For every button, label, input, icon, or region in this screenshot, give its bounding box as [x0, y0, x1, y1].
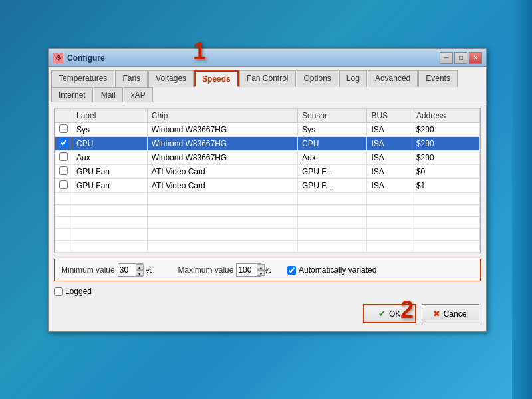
row-4-checkbox[interactable]: [59, 180, 68, 189]
row-1-address: $290: [412, 137, 479, 151]
tab-fan-control[interactable]: Fan Control: [239, 70, 296, 87]
table-row-empty: [55, 241, 480, 253]
table-row-empty: [55, 229, 480, 241]
table-row[interactable]: AuxWinbond W83667HGAuxISA$290: [55, 151, 480, 165]
tab-mail[interactable]: Mail: [94, 87, 123, 102]
row-4-chip: ATI Video Card: [147, 179, 297, 193]
title-bar: ⚙ Configure ─ □ ✕: [49, 49, 486, 67]
col-sensor: Sensor: [298, 109, 367, 123]
row-4-label: GPU Fan: [72, 179, 148, 193]
row-3-label: GPU Fan: [72, 165, 148, 179]
max-label: Maximum value: [178, 265, 233, 275]
row-0-address: $290: [412, 123, 479, 137]
logged-checkbox[interactable]: [54, 287, 63, 296]
row-1-bus: ISA: [367, 137, 412, 151]
min-value-group: Minimum value ▲ ▼ %: [61, 263, 152, 277]
row-1-sensor: CPU: [298, 137, 367, 151]
row-1-checkbox[interactable]: [59, 138, 68, 147]
row-4-bus: ISA: [367, 179, 412, 193]
max-spinner[interactable]: ▲ ▼: [257, 264, 265, 276]
tab-bar: Temperatures Fans Voltages Speeds Fan Co…: [49, 67, 486, 102]
table-row[interactable]: GPU FanATI Video CardGPU F...ISA$1: [55, 179, 480, 193]
tab-events[interactable]: Events: [418, 70, 458, 87]
row-4-sensor: GPU F...: [298, 179, 367, 193]
table-row-empty: [55, 205, 480, 217]
row-2-checkbox[interactable]: [59, 152, 68, 161]
tab-fans[interactable]: Fans: [115, 70, 148, 87]
row-1-chip: Winbond W83667HG: [147, 137, 297, 151]
content-area: Label Chip Sensor BUS Address SysWinbond…: [49, 102, 486, 331]
table-row[interactable]: GPU FanATI Video CardGPU F...ISA$0: [55, 165, 480, 179]
desktop-side: [512, 0, 532, 399]
row-2-chip: Winbond W83667HG: [147, 151, 297, 165]
min-spinner[interactable]: ▲ ▼: [136, 264, 144, 276]
logged-label: Logged: [65, 287, 92, 296]
tab-advanced[interactable]: Advanced: [368, 70, 418, 87]
ok-button[interactable]: ✔ OK: [363, 304, 416, 323]
row-1-label: CPU: [72, 137, 148, 151]
row-3-checkbox[interactable]: [59, 166, 68, 175]
col-chip: Chip: [147, 109, 297, 123]
speeds-table-container: Label Chip Sensor BUS Address SysWinbond…: [54, 108, 481, 253]
tab-internet[interactable]: Internet: [51, 87, 93, 102]
ok-icon: ✔: [378, 309, 386, 319]
row-0-checkbox[interactable]: [59, 124, 68, 133]
cancel-button[interactable]: ✖ Cancel: [422, 304, 479, 323]
row-0-bus: ISA: [367, 123, 412, 137]
speeds-table: Label Chip Sensor BUS Address SysWinbond…: [55, 108, 480, 253]
tab-options[interactable]: Options: [297, 70, 338, 87]
restore-button[interactable]: □: [454, 52, 467, 64]
title-bar-buttons: ─ □ ✕: [440, 52, 482, 64]
min-label: Minimum value: [61, 265, 115, 275]
dialog-title: Configure: [67, 53, 440, 63]
table-row[interactable]: SysWinbond W83667HGSysISA$290: [55, 123, 480, 137]
row-0-label: Sys: [72, 123, 148, 137]
app-icon: ⚙: [53, 53, 63, 63]
max-down[interactable]: ▼: [257, 270, 265, 276]
bottom-panel: Minimum value ▲ ▼ % Maximum value ▲ ▼: [54, 259, 481, 281]
min-value-field[interactable]: [120, 265, 136, 275]
row-0-sensor: Sys: [298, 123, 367, 137]
auto-variated-group: Automatically variated: [287, 265, 376, 275]
row-3-sensor: GPU F...: [298, 165, 367, 179]
max-unit: %: [264, 265, 271, 275]
table-row[interactable]: CPUWinbond W83667HGCPUISA$290: [55, 137, 480, 151]
cancel-icon: ✖: [433, 309, 440, 319]
tab-xap[interactable]: xAP: [124, 87, 153, 102]
min-up[interactable]: ▲: [136, 264, 144, 270]
table-row-empty: [55, 217, 480, 229]
tab-log[interactable]: Log: [339, 70, 367, 87]
row-2-sensor: Aux: [298, 151, 367, 165]
col-label: Label: [72, 109, 148, 123]
max-value-group: Maximum value ▲ ▼ %: [178, 263, 271, 277]
row-3-address: $0: [412, 165, 479, 179]
table-row-empty: [55, 193, 480, 205]
max-value-input[interactable]: ▲ ▼: [236, 263, 261, 277]
row-3-bus: ISA: [367, 165, 412, 179]
tab-voltages[interactable]: Voltages: [148, 70, 194, 87]
min-down[interactable]: ▼: [136, 270, 144, 276]
minimize-button[interactable]: ─: [440, 52, 453, 64]
tab-temperatures[interactable]: Temperatures: [51, 70, 114, 87]
close-button[interactable]: ✕: [469, 52, 482, 64]
row-4-address: $1: [412, 179, 479, 193]
ok-label: OK: [389, 309, 400, 319]
min-value-input[interactable]: ▲ ▼: [118, 263, 143, 277]
cancel-label: Cancel: [444, 309, 468, 319]
row-2-address: $290: [412, 151, 479, 165]
button-row: ✔ OK ✖ Cancel: [54, 301, 481, 326]
auto-variated-label: Automatically variated: [299, 265, 376, 275]
min-unit: %: [146, 265, 153, 275]
row-3-chip: ATI Video Card: [147, 165, 297, 179]
col-address: Address: [412, 109, 479, 123]
auto-variated-checkbox[interactable]: [287, 266, 296, 275]
col-check: [55, 109, 72, 123]
configure-dialog: ⚙ Configure ─ □ ✕ Temperatures Fans Volt…: [48, 48, 487, 332]
row-2-bus: ISA: [367, 151, 412, 165]
row-0-chip: Winbond W83667HG: [147, 123, 297, 137]
max-value-field[interactable]: [238, 265, 257, 275]
col-bus: BUS: [367, 109, 412, 123]
row-2-label: Aux: [72, 151, 148, 165]
tab-speeds[interactable]: Speeds: [194, 70, 239, 87]
max-up[interactable]: ▲: [257, 264, 265, 270]
